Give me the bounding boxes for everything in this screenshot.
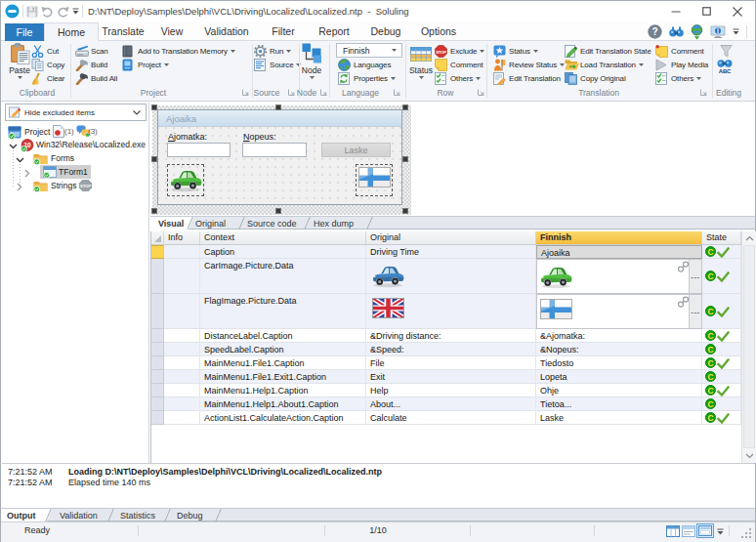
tree-item-project[interactable]: Project(1)(3) — [2, 126, 148, 140]
preview-input-speed[interactable] — [242, 143, 307, 157]
tab-home[interactable]: Home — [44, 22, 99, 42]
cell-finnish[interactable]: Tietoa... — [536, 397, 702, 411]
status-button[interactable]: Status — [407, 43, 435, 79]
selection-handle[interactable] — [275, 208, 281, 214]
selection-handle[interactable] — [402, 156, 408, 162]
others-button[interactable]: Others — [435, 71, 481, 85]
selection-handle[interactable] — [275, 104, 281, 110]
grid-row[interactable]: DistanceLabel.Caption&Driving distance:&… — [151, 329, 741, 343]
column-header-original[interactable]: Original — [366, 231, 536, 244]
exclude-button[interactable]: STOPExclude — [435, 44, 484, 58]
dialog-launcher-icon[interactable] — [394, 89, 401, 97]
tab-report[interactable]: Report — [312, 22, 357, 41]
undo-icon[interactable] — [41, 6, 54, 18]
grid-row[interactable]: MainMenu1.Help1.About1.CaptionAbout...Ti… — [151, 397, 741, 411]
help-icon[interactable]: ? — [648, 24, 662, 39]
tab-debug[interactable]: Debug — [362, 22, 409, 41]
view-dropdown-icon[interactable] — [717, 528, 724, 535]
status-button[interactable]: Status — [493, 44, 538, 58]
chevron-right-icon[interactable] — [23, 169, 31, 178]
selection-handle[interactable] — [151, 104, 157, 110]
grid-row[interactable]: CarImage.Picture.Data---C — [151, 259, 741, 294]
tab-view[interactable]: View — [152, 22, 191, 41]
column-header-finnish[interactable]: Finnish — [536, 231, 702, 244]
save-icon[interactable] — [26, 6, 38, 18]
view-tab-original[interactable]: Original — [188, 217, 246, 229]
grid-row[interactable]: MainMenu1.File1.Exit1.CaptionExitLopetaC — [151, 370, 741, 384]
tree-item-strings[interactable]: StringsSTOP — [2, 180, 148, 193]
column-header-context[interactable]: Context — [200, 231, 366, 244]
close-button[interactable] — [723, 1, 752, 21]
remote-desktop-icon[interactable]: i — [710, 25, 726, 38]
view-tab-source-code[interactable]: Source code — [239, 217, 298, 229]
ribbon-options-dropdown-icon[interactable] — [733, 28, 739, 35]
properties-button[interactable]: Properties — [338, 71, 396, 85]
add-to-translation-memory-button[interactable]: Add to Translation Memory — [122, 44, 235, 58]
icon-button[interactable] — [720, 44, 735, 58]
column-header-corner[interactable] — [151, 231, 164, 244]
source-button[interactable]: Source — [254, 58, 301, 71]
cut-button[interactable]: Cut — [31, 44, 59, 58]
scan-button[interactable]: Scan — [75, 44, 108, 58]
language-combo[interactable]: Finnish — [336, 43, 402, 58]
filter-combo[interactable]: Hide excluded items — [5, 104, 147, 121]
preview-button-laske[interactable]: Laske — [321, 143, 391, 157]
selection-handle[interactable] — [151, 156, 157, 162]
edit-translation-state-button[interactable]: Edit Translation State — [565, 44, 651, 58]
load-translation-button[interactable]: Load Translation — [565, 58, 644, 71]
form-view-icon[interactable] — [696, 523, 714, 538]
find-icon[interactable] — [669, 26, 684, 37]
tab-validation[interactable]: Validation — [196, 22, 257, 41]
resize-grip[interactable] — [741, 528, 752, 539]
edit-translation-button[interactable]: Edit Translation — [493, 71, 561, 85]
minimize-button[interactable] — [661, 1, 691, 21]
languages-button[interactable]: Languages — [338, 58, 391, 71]
grid-row[interactable]: CaptionDriving TimeAjoaikaC — [151, 245, 741, 259]
play-media-button[interactable]: Play Media — [655, 58, 708, 71]
clear-button[interactable]: Clear — [31, 71, 64, 85]
build-button[interactable]: Build — [75, 58, 107, 71]
scroll-thumb[interactable] — [743, 245, 755, 448]
dialog-launcher-icon[interactable] — [478, 89, 485, 97]
tree-item-win32[interactable]: 10Win32\Release\Localized.exe — [2, 139, 148, 152]
chevron-right-icon[interactable] — [16, 183, 23, 191]
comment-button[interactable]: Comment — [435, 58, 483, 71]
build-all-button[interactable]: Build All — [75, 71, 117, 85]
grid-scrollbar[interactable] — [741, 231, 756, 463]
cell-finnish[interactable]: --- — [536, 294, 702, 329]
grid-row[interactable]: ActionList1.CalculateAction.CaptionCalcu… — [151, 411, 741, 425]
cell-finnish-selected[interactable]: Ajoaika — [536, 245, 702, 259]
cell-finnish[interactable]: --- — [536, 259, 702, 294]
tab-file[interactable]: File — [5, 23, 44, 41]
cell-finnish[interactable]: Ohje — [536, 384, 702, 397]
cell-finnish[interactable]: Tiedosto — [536, 356, 702, 370]
chevron-down-icon[interactable] — [16, 156, 24, 164]
selection-handle[interactable] — [402, 104, 408, 110]
column-header-state[interactable]: State — [702, 231, 741, 244]
copy-button[interactable]: Copy — [31, 58, 64, 71]
cell-finnish[interactable]: &Nopeus: — [536, 343, 702, 356]
qat-dropdown-icon[interactable] — [72, 8, 79, 15]
tab-filter[interactable]: Filter — [261, 22, 306, 41]
comment-button[interactable]: Comment — [655, 44, 704, 58]
icon-button[interactable]: ABC — [717, 58, 733, 71]
column-header-info[interactable]: Info — [164, 231, 200, 244]
preview-input-distance[interactable] — [167, 143, 231, 157]
maximize-button[interactable] — [692, 1, 721, 21]
grid-row[interactable]: FlagImage.Picture.Data---C — [151, 294, 741, 329]
cell-finnish[interactable]: Laske — [536, 411, 702, 425]
copy-original-button[interactable]: Copy Original — [565, 71, 626, 85]
review-status-button[interactable]: Review Status — [493, 58, 565, 71]
cell-finnish[interactable]: Lopeta — [536, 370, 702, 384]
grid-row[interactable]: SpeedLabel.Caption&Speed:&Nopeus:C — [151, 343, 741, 356]
paste-button[interactable]: Paste — [6, 43, 33, 79]
selection-handle[interactable] — [151, 208, 157, 214]
card-view-icon[interactable] — [682, 525, 695, 537]
bottom-tab-statistics[interactable]: Statistics — [112, 509, 171, 521]
cell-finnish[interactable]: &Ajomatka: — [536, 329, 702, 343]
web-icon[interactable] — [691, 24, 703, 40]
tree-item-tform1[interactable]: TForm1 — [2, 166, 148, 180]
ellipsis-button[interactable]: --- — [689, 260, 701, 293]
tab-options[interactable]: Options — [415, 22, 462, 41]
tab-translate[interactable]: Translate — [99, 22, 147, 41]
